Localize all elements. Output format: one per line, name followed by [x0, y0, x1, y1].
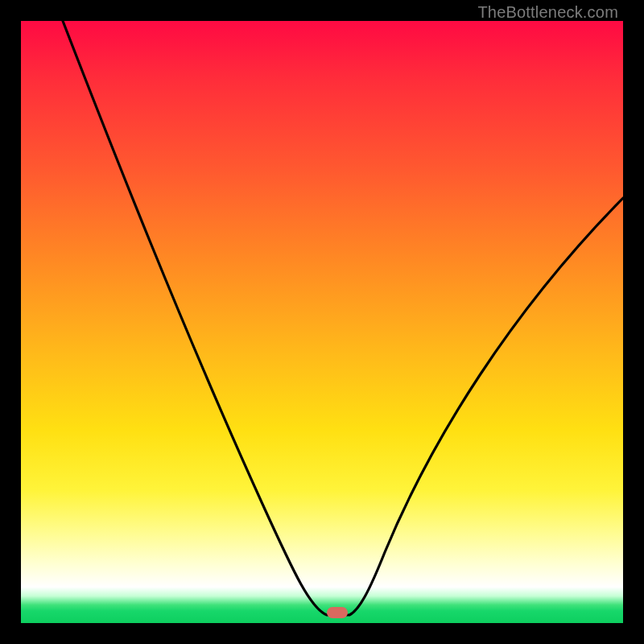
- bottleneck-curve: [21, 21, 623, 623]
- chart-frame: TheBottleneck.com: [0, 0, 644, 644]
- optimum-marker: [327, 607, 348, 618]
- plot-area: [21, 21, 623, 623]
- watermark-text: TheBottleneck.com: [477, 3, 618, 22]
- curve-path: [63, 21, 623, 615]
